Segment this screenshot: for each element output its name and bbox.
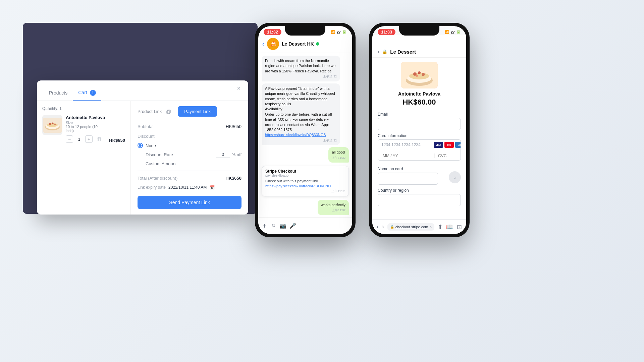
expiry-input[interactable] bbox=[381, 154, 435, 158]
expiry-row: Link expiry date 2022/10/11 11:40 AM 📅 bbox=[138, 183, 241, 192]
card-info-section: VISA MC AX JCB bbox=[378, 139, 461, 161]
total-value: HK$650 bbox=[225, 176, 241, 181]
total-row: Total (After discount) HK$650 bbox=[138, 174, 241, 183]
email-input[interactable] bbox=[378, 118, 461, 130]
message-1-time: 上午11:32 bbox=[265, 74, 337, 79]
phone2-time: 11:33 bbox=[378, 29, 395, 35]
send-payment-link-button[interactable]: Send Payment Link bbox=[138, 196, 241, 209]
online-indicator bbox=[316, 42, 319, 46]
wifi-icon: 📶 bbox=[331, 30, 335, 34]
stripe-domain: pay.sleekflow.io bbox=[265, 174, 345, 177]
total-label: Total (After discount) bbox=[138, 176, 177, 181]
message-sent-1-text: all good bbox=[332, 150, 345, 154]
checkout-body: Antoinette Pavlova HK$60.00 Email Card i… bbox=[372, 58, 466, 234]
back-button[interactable]: ‹ bbox=[262, 41, 264, 48]
chat-avatar: 🍰 bbox=[267, 38, 279, 50]
svg-point-14 bbox=[418, 71, 421, 74]
avatar-placeholder: ○ bbox=[449, 171, 461, 183]
card-number-input[interactable] bbox=[381, 142, 432, 147]
decrease-qty-button[interactable]: − bbox=[66, 135, 73, 143]
emoji-icon[interactable]: ☺ bbox=[271, 223, 276, 229]
discount-rate-input[interactable] bbox=[216, 151, 230, 158]
svg-point-4 bbox=[49, 123, 51, 125]
mic-icon[interactable]: 🎤 bbox=[289, 223, 296, 229]
phone1: 11:32 📶 27 🔋 ‹ 🍰 Le Dessert HK French wi… bbox=[255, 23, 356, 237]
stripe-link[interactable]: https://pay.sleekflow.io/track/RiBOK6NO bbox=[265, 184, 331, 188]
message-2-link[interactable]: https://share.sleekflow.io/DQ833NGB bbox=[265, 133, 326, 137]
phone2-screen: 11:33 📶 27 🔋 ‹ 🔒 Le Dessert bbox=[372, 26, 466, 234]
browser-forward-button[interactable]: › bbox=[382, 223, 384, 230]
email-label: Email bbox=[378, 112, 461, 117]
product-image bbox=[42, 115, 62, 135]
share-icon[interactable]: ⬆ bbox=[438, 223, 443, 231]
copy-icon[interactable] bbox=[166, 109, 171, 114]
delete-item-button[interactable]: 🗑 bbox=[97, 136, 102, 142]
browser-nav: ‹ › 🔒 checkout.stripe.com × ⬆ 📖 ⊡ bbox=[372, 219, 466, 234]
tabs-icon[interactable]: ⊡ bbox=[457, 223, 462, 231]
phone1-screen: 11:32 📶 27 🔋 ‹ 🍰 Le Dessert HK French wi… bbox=[258, 26, 352, 234]
calendar-icon[interactable]: 📅 bbox=[209, 185, 215, 190]
custom-amount-row: Custom Amount bbox=[138, 160, 241, 168]
radio-none[interactable] bbox=[138, 143, 143, 148]
close-button[interactable]: × bbox=[235, 84, 243, 93]
svg-point-16 bbox=[416, 75, 418, 77]
country-label: Country or region bbox=[378, 188, 461, 193]
chat-action-icons: ☺ 📷 🎤 bbox=[271, 223, 296, 229]
country-input[interactable] bbox=[378, 194, 461, 206]
url-lock-icon: 🔒 bbox=[390, 225, 394, 229]
message-2: A Pavlova prepared "à la minute" with a … bbox=[262, 83, 340, 145]
phone2: 11:33 📶 27 🔋 ‹ 🔒 Le Dessert bbox=[369, 23, 470, 237]
chat-name: Le Dessert HK bbox=[282, 41, 314, 47]
url-bar[interactable]: 🔒 checkout.stripe.com × bbox=[387, 223, 435, 231]
lock-icon: 🔒 bbox=[382, 49, 387, 54]
link-type-tabs: Product Link Payment Link bbox=[138, 106, 241, 117]
cart-panel: Quantity: 1 Antoinette Pavlova Si bbox=[37, 101, 131, 215]
bookmarks-icon[interactable]: 📖 bbox=[446, 223, 453, 231]
name-input[interactable] bbox=[378, 173, 438, 185]
tab-products[interactable]: Products bbox=[44, 86, 73, 100]
payment-link-tab[interactable]: Payment Link bbox=[178, 106, 217, 117]
checkout-back-button[interactable]: ‹ bbox=[378, 49, 379, 55]
discount-none-option[interactable]: None bbox=[138, 141, 241, 149]
radio-none-dot bbox=[139, 144, 142, 147]
checkout-product-image bbox=[401, 62, 438, 88]
expiry-value: 2022/10/11 11:40 AM bbox=[168, 185, 207, 190]
product-item: Antoinette Pavlova Size 10 to 12 people … bbox=[42, 115, 125, 143]
checkout-product-name: Antoinette Pavlova bbox=[378, 91, 461, 97]
tab-cart-label: Cart bbox=[78, 90, 87, 95]
checkout-product-svg bbox=[401, 62, 438, 88]
visa-icon: VISA bbox=[434, 142, 443, 148]
amex-icon: AX bbox=[455, 142, 461, 148]
divider bbox=[138, 171, 241, 171]
mastercard-icon: MC bbox=[444, 142, 454, 148]
product-link-label: Product Link bbox=[138, 109, 162, 114]
card-brand-icons: VISA MC AX JCB bbox=[434, 142, 461, 148]
phone1-notch bbox=[285, 26, 325, 36]
cvc-input[interactable] bbox=[435, 154, 461, 158]
quantity-value: 1 bbox=[76, 137, 83, 142]
message-2-time: 上午11:32 bbox=[265, 138, 337, 143]
svg-point-6 bbox=[54, 124, 56, 125]
message-1-text: French with cream from the Normandie reg… bbox=[265, 59, 335, 73]
message-sent-2: works perfectly 上午11:32 bbox=[318, 200, 349, 215]
product-name: Antoinette Pavlova bbox=[66, 115, 106, 120]
phone1-status-icons: 📶 27 🔋 bbox=[331, 30, 347, 34]
stripe-card: Stripe Checkout pay.sleekflow.io Check o… bbox=[262, 166, 349, 196]
chat-name-group: Le Dessert HK bbox=[282, 41, 319, 47]
increase-qty-button[interactable]: + bbox=[85, 135, 93, 143]
chat-messages: French with cream from the Normandie reg… bbox=[258, 53, 352, 221]
discount-rate-input-wrap: % off bbox=[216, 151, 241, 158]
add-attachment-button[interactable]: + bbox=[262, 222, 267, 230]
browser-back-button[interactable]: ‹ bbox=[377, 223, 379, 230]
url-close-icon[interactable]: × bbox=[429, 225, 432, 229]
camera-icon[interactable]: 📷 bbox=[279, 223, 286, 229]
signal-strength-2: 27 bbox=[451, 30, 455, 34]
discount-radio-group: None bbox=[138, 141, 241, 149]
message-2-text: A Pavlova prepared "à la minute" with a … bbox=[265, 86, 335, 132]
stripe-time: 上午11:32 bbox=[265, 189, 345, 193]
message-1: French with cream from the Normandie reg… bbox=[262, 56, 340, 81]
discount-rate-unit: % off bbox=[232, 152, 241, 157]
tab-cart[interactable]: Cart 1 bbox=[73, 86, 101, 101]
checkout-title: Le Dessert bbox=[390, 49, 416, 55]
discount-none-label: None bbox=[146, 143, 156, 148]
